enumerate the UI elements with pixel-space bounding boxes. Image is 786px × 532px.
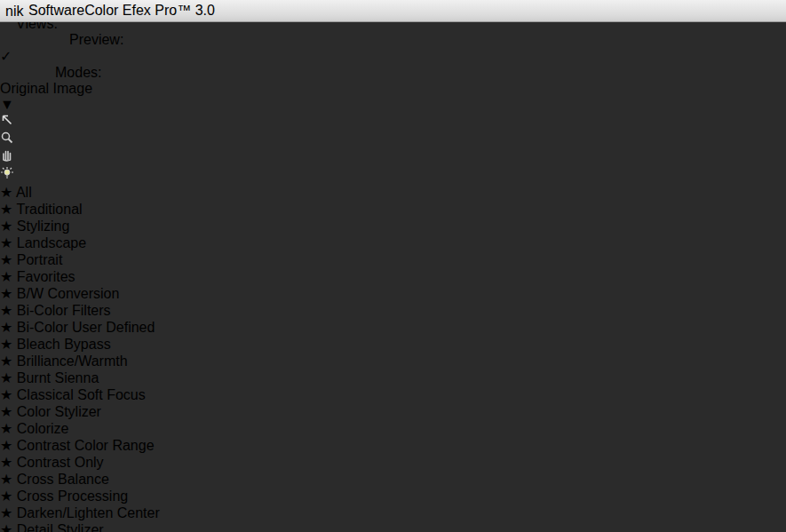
favorites-star-icon: ★ <box>0 185 12 200</box>
favorites-star-icon: ★ <box>0 235 12 250</box>
toolbar: Views: Preview: ✓ Modes: Original Image … <box>0 0 786 184</box>
filter-star-icon: ★ <box>0 455 12 470</box>
filter-item[interactable]: ★ Contrast Color Range <box>0 437 786 454</box>
filter-star-icon: ★ <box>0 353 12 369</box>
hand-icon <box>0 148 14 163</box>
filter-item[interactable]: ★ Color Stylizer <box>0 403 786 420</box>
filter-star-icon: ★ <box>0 438 12 453</box>
modes-label: Modes: <box>55 65 786 81</box>
magnifier-icon <box>0 131 14 145</box>
nik-logo: nik <box>5 4 28 19</box>
select-tool-button[interactable] <box>0 113 786 131</box>
modes-dropdown-arrow-icon: ▼ <box>0 97 786 113</box>
filter-star-icon: ★ <box>0 404 12 419</box>
filter-sidebar: ★ All ★ Traditional ★ Stylizing ★ Landsc… <box>0 184 786 532</box>
filter-star-icon: ★ <box>0 303 12 318</box>
sidebar-tab-stylizing[interactable]: ★ Stylizing <box>0 218 786 234</box>
modes-dropdown[interactable]: Original Image ▼ <box>0 81 786 113</box>
filter-item[interactable]: ★ Burnt Sienna <box>0 369 786 386</box>
cursor-arrow-icon <box>0 113 14 127</box>
filter-star-icon: ★ <box>0 472 12 487</box>
sidebar-tab-traditional[interactable]: ★ Traditional <box>0 201 786 218</box>
preview-checkbox[interactable]: ✓ <box>0 48 786 65</box>
filter-item[interactable]: ★ Detail Stylizer <box>0 521 786 532</box>
filter-star-icon: ★ <box>0 522 12 532</box>
filter-item[interactable]: ★ Cross Balance <box>0 471 786 488</box>
filter-item[interactable]: ★ Darken/Lighten Center <box>0 504 786 521</box>
filter-item[interactable]: ★ Cross Processing <box>0 488 786 504</box>
favorites-star-icon: ★ <box>0 218 12 234</box>
sidebar-tab-landscape[interactable]: ★ Landscape <box>0 234 786 251</box>
lightbulb-icon <box>0 166 14 180</box>
filter-star-icon: ★ <box>0 370 12 385</box>
sidebar-tab-portrait[interactable]: ★ Portrait <box>0 251 786 268</box>
filter-item[interactable]: ★ B/W Conversion <box>0 285 786 302</box>
nik-logo-subtext: Software <box>28 3 84 19</box>
filter-star-icon: ★ <box>0 488 12 504</box>
category-tab-rail: ★ All ★ Traditional ★ Stylizing ★ Landsc… <box>0 184 786 285</box>
filter-star-icon: ★ <box>0 286 12 301</box>
sidebar-tab-favorites[interactable]: ★ Favorites <box>0 268 786 285</box>
filter-item[interactable]: ★ Classical Soft Focus <box>0 386 786 403</box>
app-title: Color Efex Pro™ 3.0 <box>84 3 215 19</box>
sidebar-tab-all[interactable]: ★ All <box>0 184 786 201</box>
filter-item[interactable]: ★ Bi-Color User Defined <box>0 319 786 336</box>
preview-label: Preview: <box>69 32 786 48</box>
favorites-star-icon: ★ <box>0 252 12 267</box>
filter-item[interactable]: ★ Bleach Bypass <box>0 336 786 353</box>
titlebar: nik Software Color Efex Pro™ 3.0 <box>0 0 786 22</box>
filter-star-icon: ★ <box>0 505 12 520</box>
zoom-tool-button[interactable] <box>0 131 786 148</box>
filter-star-icon: ★ <box>0 421 12 436</box>
modes-dropdown-value: Original Image <box>0 81 786 97</box>
pan-tool-button[interactable] <box>0 148 786 166</box>
filter-item[interactable]: ★ Bi-Color Filters <box>0 302 786 319</box>
filter-item[interactable]: ★ Brilliance/Warmth <box>0 353 786 369</box>
filter-item[interactable]: ★ Contrast Only <box>0 454 786 471</box>
filter-star-icon: ★ <box>0 337 12 352</box>
favorites-star-icon: ★ <box>0 269 12 284</box>
lightbulb-tool-button[interactable] <box>0 166 786 184</box>
filter-star-icon: ★ <box>0 320 12 335</box>
favorites-star-icon: ★ <box>0 202 12 217</box>
tool-buttons <box>0 113 786 184</box>
filter-star-icon: ★ <box>0 387 12 402</box>
filter-list: ★ B/W Conversion ★ Bi-Color Filters ★ Bi… <box>0 285 786 532</box>
filter-item[interactable]: ★ Colorize <box>0 420 786 437</box>
color-efex-pro-window: nik Software Color Efex Pro™ 3.0 Views: <box>0 0 786 532</box>
